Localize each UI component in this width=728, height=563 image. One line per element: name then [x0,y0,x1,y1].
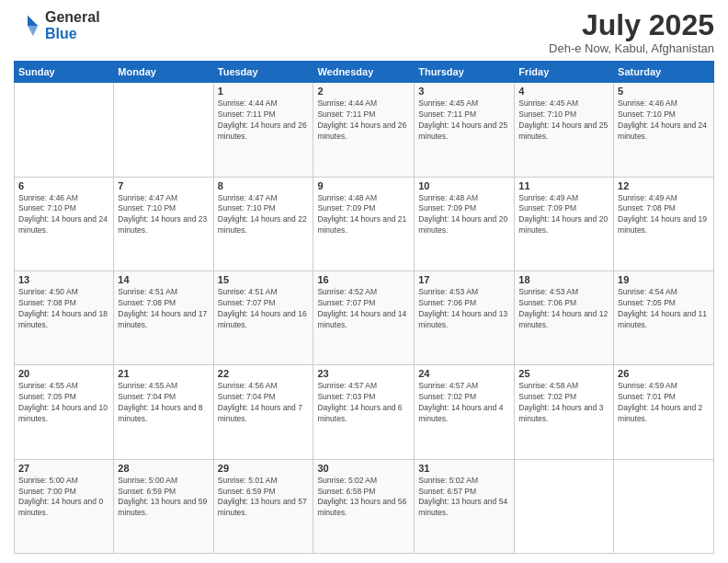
calendar-cell: 1Sunrise: 4:44 AM Sunset: 7:11 PM Daylig… [213,83,313,177]
calendar-cell: 20Sunrise: 4:55 AM Sunset: 7:05 PM Dayli… [15,365,114,459]
day-number: 27 [18,463,109,474]
calendar-cell: 8Sunrise: 4:47 AM Sunset: 7:10 PM Daylig… [213,177,313,270]
day-number: 4 [518,86,609,97]
calendar-week-4: 20Sunrise: 4:55 AM Sunset: 7:05 PM Dayli… [15,365,714,459]
day-number: 16 [317,274,410,285]
day-number: 19 [618,274,710,285]
calendar-cell: 4Sunrise: 4:45 AM Sunset: 7:10 PM Daylig… [515,83,614,177]
calendar-cell: 25Sunrise: 4:58 AM Sunset: 7:02 PM Dayli… [515,365,614,459]
day-info: Sunrise: 5:00 AM Sunset: 7:00 PM Dayligh… [18,476,109,520]
calendar-cell: 16Sunrise: 4:52 AM Sunset: 7:07 PM Dayli… [313,270,415,364]
day-number: 18 [518,274,609,285]
day-number: 13 [18,274,109,285]
day-number: 20 [18,368,109,379]
day-info: Sunrise: 5:01 AM Sunset: 6:59 PM Dayligh… [218,476,310,520]
calendar-week-3: 13Sunrise: 4:50 AM Sunset: 7:08 PM Dayli… [15,270,714,364]
weekday-row: SundayMondayTuesdayWednesdayThursdayFrid… [15,62,714,83]
day-info: Sunrise: 5:00 AM Sunset: 6:59 PM Dayligh… [118,476,209,520]
weekday-header-wednesday: Wednesday [313,62,415,83]
logo-blue-text: Blue [45,26,100,42]
day-number: 5 [618,86,710,97]
weekday-header-friday: Friday [515,62,614,83]
calendar-week-5: 27Sunrise: 5:00 AM Sunset: 7:00 PM Dayli… [15,459,714,553]
day-info: Sunrise: 4:45 AM Sunset: 7:11 PM Dayligh… [418,98,510,143]
day-info: Sunrise: 4:45 AM Sunset: 7:10 PM Dayligh… [518,98,609,143]
day-number: 14 [118,274,209,285]
logo-general-text: General [45,9,100,26]
svg-marker-0 [28,15,38,25]
calendar-cell: 12Sunrise: 4:49 AM Sunset: 7:08 PM Dayli… [614,177,714,270]
day-info: Sunrise: 4:49 AM Sunset: 7:08 PM Dayligh… [618,193,710,237]
day-number: 30 [317,463,410,474]
day-info: Sunrise: 5:02 AM Sunset: 6:58 PM Dayligh… [317,476,410,520]
logo: General Blue [14,9,100,41]
day-number: 9 [317,180,410,191]
calendar-cell [614,459,714,553]
day-info: Sunrise: 4:52 AM Sunset: 7:07 PM Dayligh… [317,287,410,331]
calendar-cell: 18Sunrise: 4:53 AM Sunset: 7:06 PM Dayli… [515,270,614,364]
calendar-cell [15,83,114,177]
day-info: Sunrise: 4:51 AM Sunset: 7:08 PM Dayligh… [118,287,209,331]
day-info: Sunrise: 4:56 AM Sunset: 7:04 PM Dayligh… [218,381,310,425]
weekday-header-saturday: Saturday [614,62,714,83]
calendar-cell [515,459,614,553]
calendar-cell: 31Sunrise: 5:02 AM Sunset: 6:57 PM Dayli… [415,459,515,553]
calendar-header: SundayMondayTuesdayWednesdayThursdayFrid… [15,62,714,83]
day-info: Sunrise: 4:55 AM Sunset: 7:05 PM Dayligh… [18,381,109,425]
calendar-cell: 22Sunrise: 4:56 AM Sunset: 7:04 PM Dayli… [213,365,313,459]
day-number: 17 [418,274,510,285]
calendar-cell: 14Sunrise: 4:51 AM Sunset: 7:08 PM Dayli… [114,270,213,364]
weekday-header-monday: Monday [114,62,213,83]
header: General Blue July 2025 Deh-e Now, Kabul,… [14,9,714,55]
weekday-header-thursday: Thursday [415,62,515,83]
calendar-week-2: 6Sunrise: 4:46 AM Sunset: 7:10 PM Daylig… [15,177,714,270]
day-number: 28 [118,463,209,474]
day-info: Sunrise: 4:55 AM Sunset: 7:04 PM Dayligh… [118,381,209,425]
day-info: Sunrise: 4:48 AM Sunset: 7:09 PM Dayligh… [317,193,410,237]
calendar-cell: 11Sunrise: 4:49 AM Sunset: 7:09 PM Dayli… [515,177,614,270]
calendar-cell: 21Sunrise: 4:55 AM Sunset: 7:04 PM Dayli… [114,365,213,459]
page: General Blue July 2025 Deh-e Now, Kabul,… [0,0,728,563]
calendar-cell: 29Sunrise: 5:01 AM Sunset: 6:59 PM Dayli… [213,459,313,553]
day-number: 24 [418,368,510,379]
calendar: SundayMondayTuesdayWednesdayThursdayFrid… [14,61,714,554]
day-info: Sunrise: 4:46 AM Sunset: 7:10 PM Dayligh… [18,193,109,237]
day-number: 2 [317,86,410,97]
day-number: 23 [317,368,410,379]
calendar-cell: 26Sunrise: 4:59 AM Sunset: 7:01 PM Dayli… [614,365,714,459]
day-number: 7 [118,180,209,191]
calendar-cell: 15Sunrise: 4:51 AM Sunset: 7:07 PM Dayli… [213,270,313,364]
day-number: 15 [218,274,310,285]
calendar-cell: 5Sunrise: 4:46 AM Sunset: 7:10 PM Daylig… [614,83,714,177]
day-info: Sunrise: 4:57 AM Sunset: 7:02 PM Dayligh… [418,381,510,425]
calendar-cell: 17Sunrise: 4:53 AM Sunset: 7:06 PM Dayli… [415,270,515,364]
day-info: Sunrise: 4:57 AM Sunset: 7:03 PM Dayligh… [317,381,410,425]
calendar-cell: 28Sunrise: 5:00 AM Sunset: 6:59 PM Dayli… [114,459,213,553]
day-number: 22 [218,368,310,379]
day-info: Sunrise: 4:59 AM Sunset: 7:01 PM Dayligh… [618,381,710,425]
day-info: Sunrise: 4:47 AM Sunset: 7:10 PM Dayligh… [218,193,310,237]
day-info: Sunrise: 4:44 AM Sunset: 7:11 PM Dayligh… [218,98,310,143]
calendar-cell: 30Sunrise: 5:02 AM Sunset: 6:58 PM Dayli… [313,459,415,553]
calendar-cell: 7Sunrise: 4:47 AM Sunset: 7:10 PM Daylig… [114,177,213,270]
day-number: 26 [618,368,710,379]
day-info: Sunrise: 4:58 AM Sunset: 7:02 PM Dayligh… [518,381,609,425]
day-number: 21 [118,368,209,379]
day-number: 11 [518,180,609,191]
weekday-header-sunday: Sunday [15,62,114,83]
day-info: Sunrise: 4:53 AM Sunset: 7:06 PM Dayligh… [518,287,609,331]
day-number: 12 [618,180,710,191]
title-section: July 2025 Deh-e Now, Kabul, Afghanistan [549,9,714,55]
day-info: Sunrise: 4:46 AM Sunset: 7:10 PM Dayligh… [618,98,710,143]
calendar-cell: 10Sunrise: 4:48 AM Sunset: 7:09 PM Dayli… [415,177,515,270]
day-number: 31 [418,463,510,474]
calendar-cell: 13Sunrise: 4:50 AM Sunset: 7:08 PM Dayli… [15,270,114,364]
day-info: Sunrise: 4:47 AM Sunset: 7:10 PM Dayligh… [118,193,209,237]
calendar-week-1: 1Sunrise: 4:44 AM Sunset: 7:11 PM Daylig… [15,83,714,177]
calendar-cell: 23Sunrise: 4:57 AM Sunset: 7:03 PM Dayli… [313,365,415,459]
calendar-cell: 24Sunrise: 4:57 AM Sunset: 7:02 PM Dayli… [415,365,515,459]
day-number: 1 [218,86,310,97]
calendar-body: 1Sunrise: 4:44 AM Sunset: 7:11 PM Daylig… [15,83,714,554]
day-info: Sunrise: 4:49 AM Sunset: 7:09 PM Dayligh… [518,193,609,237]
calendar-cell: 6Sunrise: 4:46 AM Sunset: 7:10 PM Daylig… [15,177,114,270]
